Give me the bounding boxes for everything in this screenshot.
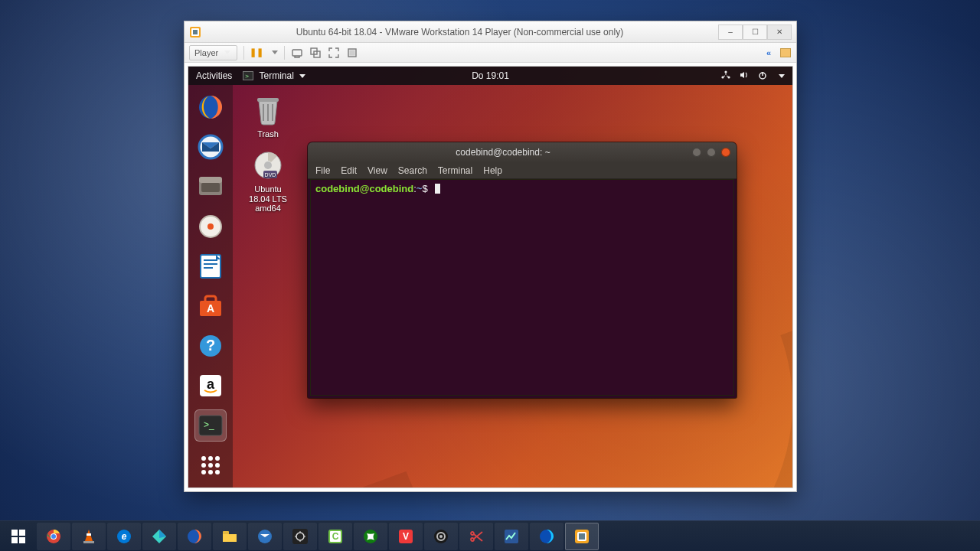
svg-text:a: a [207, 377, 215, 392]
taskbar-edge[interactable]: e [107, 523, 141, 550]
svg-point-58 [471, 538, 474, 541]
folder-icon [221, 528, 238, 545]
svg-point-44 [51, 534, 56, 539]
dock-files[interactable] [194, 171, 227, 203]
taskbar-firefox-dev[interactable] [530, 523, 564, 550]
chevron-down-icon[interactable] [272, 51, 278, 54]
gear-icon [292, 528, 309, 545]
taskbar-vivaldi[interactable]: V [389, 523, 423, 550]
svg-rect-7 [350, 51, 354, 55]
svg-rect-50 [223, 531, 229, 534]
gnome-dock: A ? a >_ [188, 85, 233, 487]
chevron-down-icon [224, 51, 230, 54]
text-cursor [435, 184, 440, 194]
dock-rhythmbox[interactable] [194, 210, 227, 243]
terminal-titlebar[interactable]: codebind@codebind: ~ [308, 142, 737, 162]
terminal-close-button[interactable] [721, 148, 730, 157]
dock-firefox[interactable] [194, 91, 227, 123]
dock-thunderbird[interactable] [194, 131, 227, 163]
taskbar-taskmgr[interactable] [495, 523, 528, 550]
windows-taskbar: e C V [0, 520, 980, 551]
dock-help[interactable]: ? [194, 330, 227, 362]
taskbar-snipping[interactable] [459, 523, 493, 550]
svg-rect-60 [505, 530, 518, 543]
terminal-menubar: File Edit View Search Terminal Help [308, 162, 737, 179]
menu-terminal[interactable]: Terminal [438, 165, 472, 176]
taskbar-settings[interactable] [142, 523, 176, 550]
vmware-player-window: Ubuntu 64-bit 18.04 - VMware Workstation… [184, 21, 797, 492]
taskbar-obs[interactable] [424, 523, 458, 550]
fullscreen-icon[interactable] [328, 47, 340, 59]
menu-search[interactable]: Search [398, 165, 427, 176]
taskbar-explorer[interactable] [213, 523, 247, 550]
desktop-iso-icon[interactable]: DVD Ubuntu 18.04 LTS amd64 [243, 149, 292, 214]
snapshot-icon[interactable] [309, 47, 322, 59]
close-button[interactable]: ✕ [767, 24, 792, 40]
terminal-minimize-button[interactable] [692, 148, 701, 157]
show-applications-button[interactable] [194, 449, 227, 481]
taskbar-vmware[interactable] [565, 523, 599, 550]
dock-libreoffice-writer[interactable] [194, 250, 227, 282]
dock-amazon[interactable]: a [194, 370, 227, 402]
system-status-area[interactable] [720, 70, 785, 83]
maximize-button[interactable]: ☐ [743, 24, 767, 40]
terminal-icon: > [243, 71, 253, 80]
terminal-title: codebind@codebind: ~ [314, 147, 692, 158]
network-icon [720, 70, 731, 83]
taskbar-camtasia[interactable]: C [318, 523, 352, 550]
vmware-titlebar[interactable]: Ubuntu 64-bit 18.04 - VMware Workstation… [185, 21, 796, 43]
separator [284, 46, 285, 60]
svg-rect-46 [83, 541, 94, 543]
pause-icon[interactable]: ❚❚ [250, 47, 263, 59]
activities-button[interactable]: Activities [196, 70, 232, 81]
terminal-output[interactable]: codebind@codebind:~$ [310, 179, 734, 396]
chart-icon [503, 528, 520, 545]
svg-text:?: ? [206, 337, 215, 354]
dock-terminal[interactable]: >_ [194, 409, 227, 442]
svg-rect-16 [199, 177, 222, 183]
vlc-icon [80, 528, 97, 545]
app-menu-button[interactable]: > Terminal [243, 70, 305, 81]
unity-icon[interactable] [346, 47, 358, 59]
collapse-icon[interactable]: « [763, 47, 775, 59]
app-menu-label: Terminal [259, 70, 293, 81]
taskbar-vlc[interactable] [72, 523, 106, 550]
firefox-dev-icon [538, 528, 555, 545]
send-ctrl-alt-del-icon[interactable] [291, 47, 303, 59]
svg-rect-39 [19, 530, 25, 536]
vmware-window-title: Ubuntu 64-bit 18.04 - VMware Workstation… [206, 27, 714, 37]
xbox-icon [362, 528, 379, 545]
chevron-down-icon [299, 74, 305, 78]
taskbar-xbox[interactable] [354, 523, 387, 550]
svg-rect-33 [257, 98, 279, 102]
svg-point-59 [471, 532, 474, 535]
gnome-terminal-window[interactable]: codebind@codebind: ~ File Edit View Sear… [308, 142, 737, 398]
host-desktop: Ubuntu 64-bit 18.04 - VMware Workstation… [0, 0, 980, 551]
devices-icon[interactable] [779, 47, 792, 59]
desktop-trash-icon[interactable]: Trash [243, 94, 292, 139]
desktop-trash-label: Trash [243, 129, 292, 139]
taskbar-clock-app[interactable] [283, 523, 317, 550]
ubuntu-guest-screen: Activities > Terminal Do 19:01 [188, 66, 793, 488]
vmware-icon [573, 528, 590, 545]
svg-point-35 [264, 161, 272, 169]
player-menu-button[interactable]: Player [189, 45, 237, 60]
start-button[interactable] [2, 523, 35, 550]
scissors-icon [468, 528, 485, 545]
taskbar-thunderbird[interactable] [248, 523, 282, 550]
menu-edit[interactable]: Edit [341, 165, 357, 176]
menu-help[interactable]: Help [483, 165, 502, 176]
taskbar-chrome[interactable] [37, 523, 70, 550]
menu-file[interactable]: File [315, 165, 330, 176]
edge-icon: e [116, 528, 132, 545]
menu-view[interactable]: View [368, 165, 387, 176]
taskbar-firefox[interactable] [178, 523, 211, 550]
firefox-icon [186, 528, 203, 545]
minimize-button[interactable]: – [718, 24, 743, 40]
svg-rect-64 [579, 533, 585, 540]
terminal-maximize-button[interactable] [707, 148, 716, 157]
svg-rect-17 [201, 183, 220, 192]
dock-ubuntu-software[interactable]: A [194, 290, 227, 322]
gnome-top-bar: Activities > Terminal Do 19:01 [188, 67, 792, 85]
windows-logo-icon [10, 528, 27, 545]
